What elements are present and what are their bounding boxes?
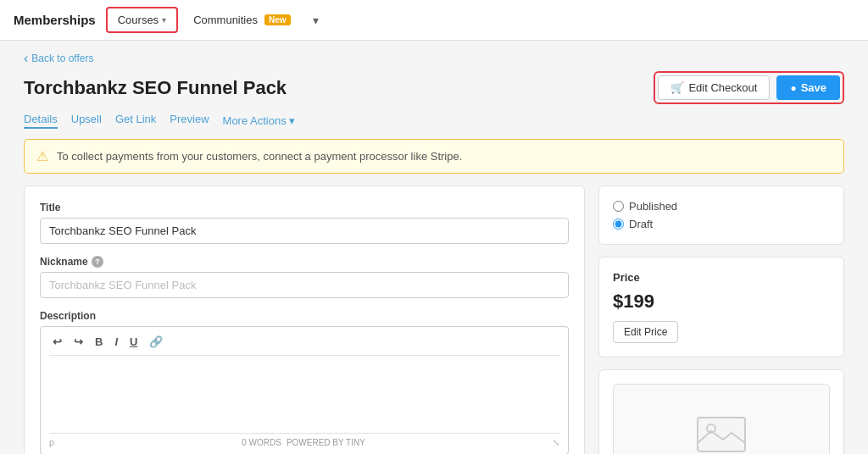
new-badge: New xyxy=(264,14,291,25)
word-count: 0 WORDS xyxy=(242,438,281,447)
paragraph-indicator: p xyxy=(49,437,54,447)
status-card: Published Draft xyxy=(598,185,844,245)
back-link[interactable]: Back to offers xyxy=(24,51,93,66)
back-link-label: Back to offers xyxy=(31,53,93,64)
description-field-group: Description ↩ ↪ B I U 🔗 p xyxy=(40,310,569,454)
save-label: Save xyxy=(801,81,826,94)
tab-more-actions-label: More Actions xyxy=(223,114,287,127)
edit-price-button[interactable]: Edit Price xyxy=(613,321,678,343)
nav-tab-courses-label: Courses xyxy=(118,14,159,26)
price-heading: Price xyxy=(613,271,830,284)
published-label: Published xyxy=(629,200,677,213)
link-button[interactable]: 🔗 xyxy=(146,334,166,350)
action-buttons: 🛒 Edit Checkout ● Save xyxy=(654,71,844,104)
help-icon[interactable]: ? xyxy=(92,256,103,268)
editor-footer: p 0 WORDS POWERED BY TINY ⤡ xyxy=(49,433,559,447)
description-editor: ↩ ↪ B I U 🔗 p 0 WORDS POWERED xyxy=(40,326,569,454)
published-radio[interactable] xyxy=(613,201,624,212)
draft-radio[interactable] xyxy=(613,219,624,230)
status-radio-group: Published Draft xyxy=(613,200,830,230)
edit-checkout-button[interactable]: 🛒 Edit Checkout xyxy=(658,75,770,100)
underline-button[interactable]: U xyxy=(126,334,141,350)
nav-tab-communities-label: Communities xyxy=(193,14,258,26)
tab-get-link[interactable]: Get Link xyxy=(115,113,156,129)
powered-by: POWERED BY TINY xyxy=(287,438,365,447)
alert-message: To collect payments from your customers,… xyxy=(57,150,462,163)
resize-handle-icon[interactable]: ⤡ xyxy=(553,438,559,447)
alert-icon: ⚠ xyxy=(36,148,48,164)
alert-banner: ⚠ To collect payments from your customer… xyxy=(24,139,844,174)
italic-button[interactable]: I xyxy=(111,334,121,350)
nav-tab-communities[interactable]: Communities New xyxy=(181,7,302,33)
cart-icon: 🛒 xyxy=(670,81,684,94)
chevron-down-icon: ▾ xyxy=(162,15,166,25)
description-textarea[interactable] xyxy=(49,359,559,427)
tab-preview[interactable]: Preview xyxy=(170,113,209,129)
description-label: Description xyxy=(40,310,569,322)
image-card: Recommended dimensions of 1280x720 xyxy=(598,369,844,454)
nav-tab-courses[interactable]: Courses ▾ xyxy=(106,7,178,33)
image-placeholder-icon xyxy=(694,407,748,454)
save-icon: ● xyxy=(790,82,796,94)
form-card: Title Nickname ? Description xyxy=(24,185,585,454)
chevron-down-icon: ▾ xyxy=(289,114,295,127)
price-card: Price $199 Edit Price xyxy=(598,257,844,357)
nickname-input[interactable] xyxy=(40,272,569,298)
nickname-field-group: Nickname ? xyxy=(40,256,569,298)
nickname-label-text: Nickname xyxy=(40,256,88,268)
title-label: Title xyxy=(40,202,569,213)
tab-more-actions[interactable]: More Actions ▾ xyxy=(223,113,295,129)
title-field-group: Title xyxy=(40,202,569,244)
tab-upsell[interactable]: Upsell xyxy=(71,113,102,129)
nav-more-chevron[interactable]: ▾ xyxy=(306,10,326,30)
editor-stats: 0 WORDS POWERED BY TINY xyxy=(242,438,365,447)
price-value: $199 xyxy=(613,291,830,313)
draft-radio-item[interactable]: Draft xyxy=(613,218,830,230)
editor-toolbar: ↩ ↪ B I U 🔗 xyxy=(49,334,559,356)
tab-details[interactable]: Details xyxy=(24,113,58,129)
save-button[interactable]: ● Save xyxy=(776,75,840,100)
undo-button[interactable]: ↩ xyxy=(49,334,65,350)
nickname-label: Nickname ? xyxy=(40,256,569,268)
svg-rect-0 xyxy=(698,418,745,451)
image-placeholder[interactable] xyxy=(613,384,830,454)
top-nav: Memberships Courses ▾ Communities New ▾ xyxy=(0,0,868,41)
published-radio-item[interactable]: Published xyxy=(613,200,830,213)
draft-label: Draft xyxy=(629,218,653,230)
redo-button[interactable]: ↪ xyxy=(70,334,86,350)
page-tabs: Details Upsell Get Link Preview More Act… xyxy=(24,113,844,129)
brand-logo: Memberships xyxy=(14,13,96,27)
title-input[interactable] xyxy=(40,218,569,244)
bold-button[interactable]: B xyxy=(92,334,106,350)
page-title: Torchbankz SEO Funnel Pack xyxy=(24,77,287,99)
edit-checkout-label: Edit Checkout xyxy=(688,81,757,94)
